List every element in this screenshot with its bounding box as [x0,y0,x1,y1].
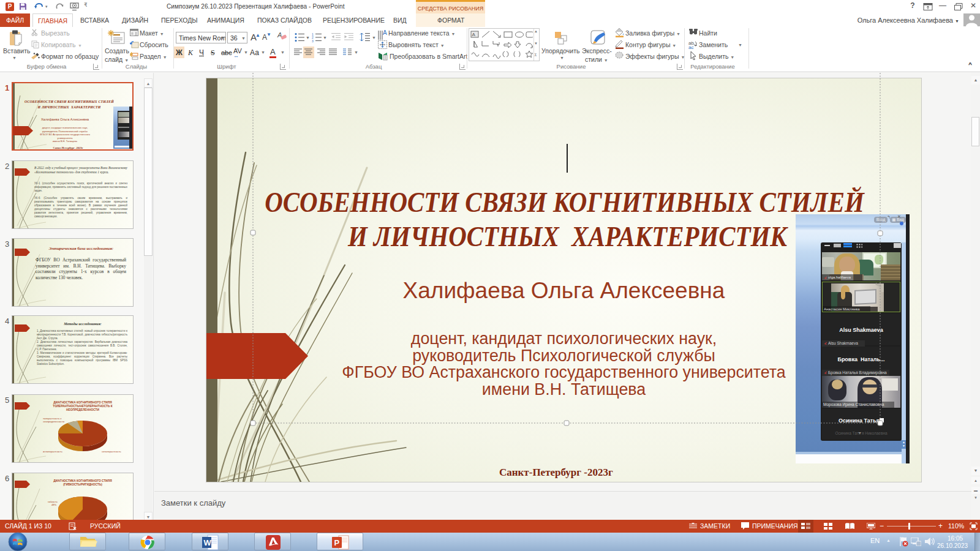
svg-text:А: А [383,29,387,36]
svg-text:48%: 48% [51,503,56,506]
svg-text:интолерантность: интолерантность [43,450,62,453]
svg-text:3: 3 [312,39,314,43]
svg-text:нетолерантность: нетолерантность [102,450,121,453]
svg-text:W: W [204,538,212,547]
svg-text:ac: ac [688,45,693,49]
svg-text:неопределенности: неопределенности [43,420,64,423]
svg-text:P: P [334,538,340,547]
svg-text:A: A [472,32,476,37]
